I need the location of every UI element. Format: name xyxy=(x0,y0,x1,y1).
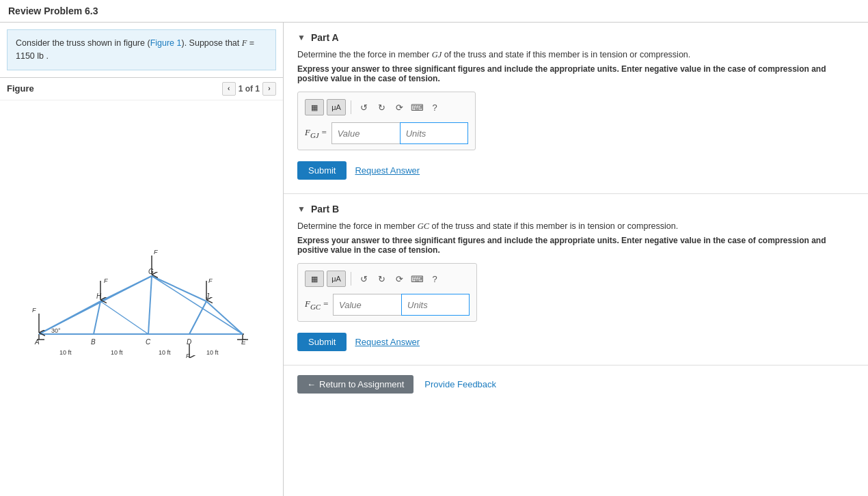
part-a-font-btn[interactable]: μA xyxy=(327,99,346,115)
svg-text:C: C xyxy=(146,338,151,346)
part-b-request-answer-button[interactable]: Request Answer xyxy=(355,337,420,347)
svg-line-11 xyxy=(152,276,206,301)
part-b-value-input[interactable] xyxy=(333,294,401,316)
svg-text:10 ft: 10 ft xyxy=(59,349,72,356)
part-b-sep1 xyxy=(351,272,351,286)
figure-nav-text: 1 of 1 xyxy=(239,84,260,94)
part-b-help-btn[interactable]: ? xyxy=(427,271,442,286)
part-b-action-row: Submit Request Answer xyxy=(297,333,854,351)
figure-nav: ‹ 1 of 1 › xyxy=(222,82,276,96)
part-b-toolbar: ▦ μA ↺ ↻ ⟳ ⌨ ? xyxy=(305,269,470,288)
part-a-toolbar: ▦ μA ↺ ↻ ⟳ ⌨ ? xyxy=(305,98,468,117)
part-b-input-label: FGC = xyxy=(305,299,329,311)
svg-text:10 ft: 10 ft xyxy=(206,349,219,356)
part-a-member: GJ xyxy=(432,50,442,59)
svg-line-14 xyxy=(148,276,152,334)
part-b-header: ▼ Part B xyxy=(297,204,854,215)
part-b-keyboard-btn[interactable]: ⌨ xyxy=(409,271,424,286)
svg-text:G: G xyxy=(148,268,154,275)
part-a-input-label: FGJ = xyxy=(305,127,327,139)
part-a-section: ▼ Part A Determine the the force in memb… xyxy=(284,23,868,194)
return-label: Return to Assignment xyxy=(319,379,404,389)
part-a-keyboard-btn[interactable]: ⌨ xyxy=(409,100,424,115)
part-a-undo-btn[interactable]: ↺ xyxy=(356,100,371,115)
next-figure-button[interactable]: › xyxy=(262,82,276,96)
part-a-matrix-btn[interactable]: ▦ xyxy=(305,99,324,115)
svg-text:10 ft: 10 ft xyxy=(159,349,171,356)
svg-text:A: A xyxy=(34,338,40,346)
svg-text:B: B xyxy=(91,338,96,346)
part-a-title: Part A xyxy=(311,32,339,43)
part-a-answer-box: ▦ μA ↺ ↻ ⟳ ⌨ ? FGJ = xyxy=(297,92,476,150)
part-a-redo-btn[interactable]: ↻ xyxy=(374,100,389,115)
part-a-input-row: FGJ = xyxy=(305,122,468,144)
svg-text:H: H xyxy=(96,292,102,300)
part-a-units-input[interactable] xyxy=(400,122,468,144)
part-b-units-input[interactable] xyxy=(401,294,470,316)
figure-label: Figure xyxy=(7,83,34,94)
figure-link[interactable]: Figure 1 xyxy=(150,38,182,48)
svg-text:E: E xyxy=(241,338,246,346)
part-a-instruction: Express your answer to three significant… xyxy=(297,64,854,83)
part-a-help-btn[interactable]: ? xyxy=(427,100,442,115)
part-b-title: Part B xyxy=(311,204,339,215)
svg-text:F: F xyxy=(208,277,213,284)
right-panel: ▼ Part A Determine the the force in memb… xyxy=(284,23,868,496)
part-a-request-answer-button[interactable]: Request Answer xyxy=(355,165,420,176)
svg-line-18 xyxy=(152,276,243,334)
truss-diagram: 30° A B C D E H G J 10 ft 10 ft 10 ft 10… xyxy=(32,238,251,358)
part-a-collapse-arrow[interactable]: ▼ xyxy=(297,33,306,42)
problem-text-suffix: ). Suppose that xyxy=(181,38,241,48)
part-a-action-row: Submit Request Answer xyxy=(297,161,854,180)
left-panel: Consider the truss shown in figure (Figu… xyxy=(0,23,284,496)
return-to-assignment-button[interactable]: ← Return to Assignment xyxy=(297,375,413,394)
part-b-input-row: FGC = xyxy=(305,294,470,316)
part-a-refresh-btn[interactable]: ⟳ xyxy=(392,100,407,115)
prev-figure-button[interactable]: ‹ xyxy=(222,82,236,96)
svg-line-17 xyxy=(100,301,148,334)
svg-text:F: F xyxy=(186,353,190,358)
part-a-header: ▼ Part A xyxy=(297,32,854,43)
svg-line-19 xyxy=(189,301,206,334)
svg-text:F: F xyxy=(104,277,108,284)
part-a-submit-button[interactable]: Submit xyxy=(297,161,347,180)
svg-text:D: D xyxy=(187,338,191,346)
bottom-bar: ← Return to Assignment Provide Feedback xyxy=(284,366,868,403)
figure-section: Figure ‹ 1 of 1 › xyxy=(0,77,283,497)
svg-line-12 xyxy=(206,301,243,334)
problem-statement: Consider the truss shown in figure (Figu… xyxy=(7,29,276,70)
part-a-value-input[interactable] xyxy=(331,122,400,144)
part-b-undo-btn[interactable]: ↺ xyxy=(356,271,371,286)
part-b-font-btn[interactable]: μA xyxy=(327,271,346,287)
svg-text:30°: 30° xyxy=(51,327,61,334)
part-b-section: ▼ Part B Determine the force in member G… xyxy=(284,194,868,366)
svg-text:J: J xyxy=(205,292,210,300)
part-b-collapse-arrow[interactable]: ▼ xyxy=(297,204,306,214)
provide-feedback-link[interactable]: Provide Feedback xyxy=(424,379,496,389)
part-b-description: Determine the force in member GC of the … xyxy=(297,221,854,232)
part-b-instruction: Express your answer to three significant… xyxy=(297,236,854,255)
page-header: Review Problem 6.3 xyxy=(0,0,868,23)
part-b-member: GC xyxy=(418,221,429,231)
part-a-description: Determine the the force in member GJ of … xyxy=(297,50,854,60)
part-b-refresh-btn[interactable]: ⟳ xyxy=(392,271,407,286)
part-b-submit-button[interactable]: Submit xyxy=(297,333,347,351)
page-title: Review Problem 6.3 xyxy=(8,5,98,16)
svg-text:F: F xyxy=(154,249,158,256)
figure-content: 30° A B C D E H G J 10 ft 10 ft 10 ft 10… xyxy=(0,100,283,497)
part-b-answer-box: ▦ μA ↺ ↻ ⟳ ⌨ ? FGC = xyxy=(297,263,477,322)
svg-text:F: F xyxy=(32,307,36,314)
figure-header: Figure ‹ 1 of 1 › xyxy=(0,78,283,100)
svg-line-13 xyxy=(94,301,100,334)
part-b-redo-btn[interactable]: ↻ xyxy=(374,271,389,286)
problem-text-prefix: Consider the truss shown in figure ( xyxy=(16,38,150,48)
part-b-matrix-btn[interactable]: ▦ xyxy=(305,271,324,287)
svg-text:10 ft: 10 ft xyxy=(111,349,123,356)
part-a-sep1 xyxy=(351,100,351,114)
return-arrow-icon: ← xyxy=(307,379,316,389)
